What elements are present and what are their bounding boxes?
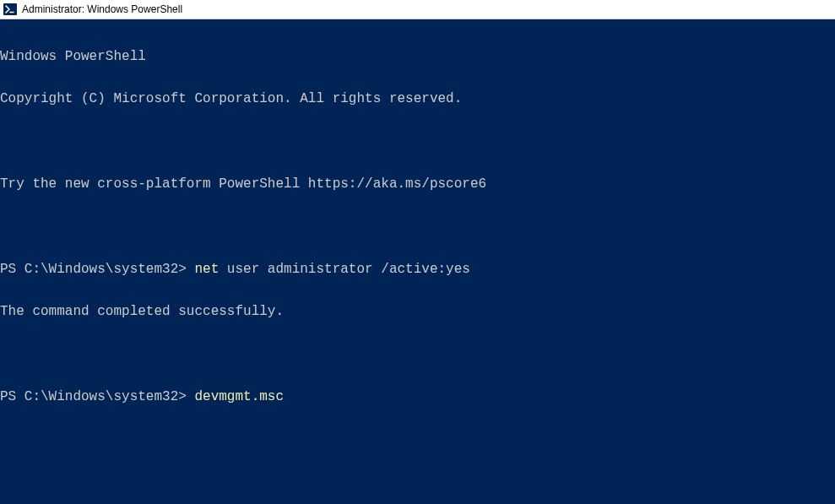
blank-line bbox=[0, 347, 835, 361]
banner-line: Copyright (C) Microsoft Corporation. All… bbox=[0, 92, 835, 106]
svg-rect-0 bbox=[3, 3, 17, 15]
blank-line bbox=[0, 134, 835, 149]
window-title: Administrator: Windows PowerShell bbox=[22, 3, 182, 15]
command-head: net bbox=[194, 262, 226, 277]
output-line: The command completed successfully. bbox=[0, 305, 835, 319]
banner-line: Windows PowerShell bbox=[0, 50, 835, 64]
command-rest: user administrator /active:yes bbox=[227, 262, 470, 277]
terminal-area[interactable]: Windows PowerShell Copyright (C) Microso… bbox=[0, 19, 835, 504]
prompt-prefix: PS C:\Windows\system32> bbox=[0, 389, 194, 404]
command-line: PS C:\Windows\system32> devmgmt.msc bbox=[0, 390, 835, 404]
command-text: devmgmt.msc bbox=[194, 389, 284, 404]
banner-line: Try the new cross-platform PowerShell ht… bbox=[0, 177, 835, 192]
command-line: PS C:\Windows\system32> net user adminis… bbox=[0, 263, 835, 277]
powershell-icon bbox=[3, 3, 17, 16]
titlebar[interactable]: Administrator: Windows PowerShell bbox=[0, 0, 835, 19]
prompt-prefix: PS C:\Windows\system32> bbox=[0, 262, 194, 277]
blank-line bbox=[0, 219, 835, 234]
